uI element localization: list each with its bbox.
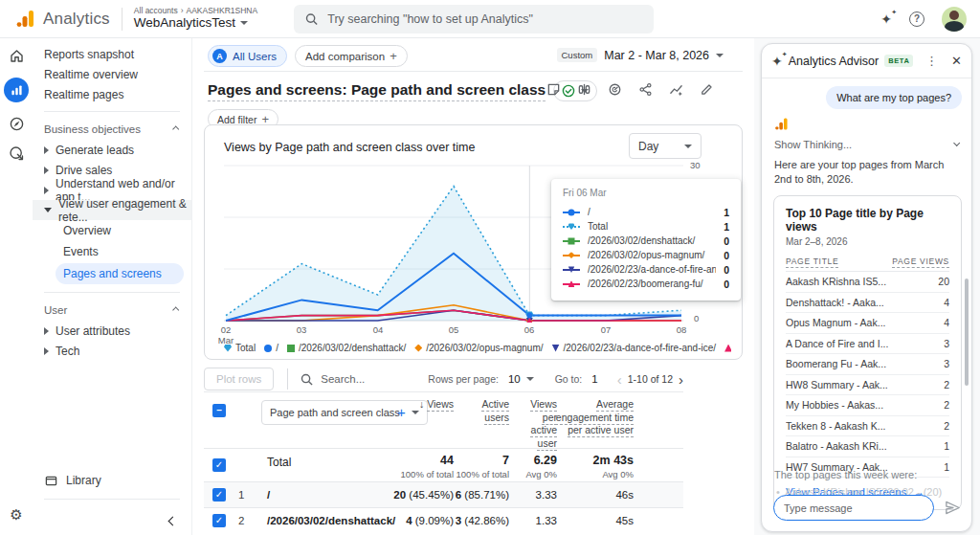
sidebar-item-library[interactable]: Library — [33, 469, 191, 492]
column-views-per-user[interactable]: Views per active user — [515, 398, 557, 451]
dashboards-grid-icon[interactable] — [850, 12, 863, 26]
advisor-message-input[interactable] — [773, 495, 934, 521]
chart-tooltip: Fri 06 Mar / 1 Total 1 /2026/03/02/densh… — [551, 179, 741, 301]
total-label: Total — [267, 456, 291, 469]
row-page-path: /2026/03/02/denshattack/ — [267, 515, 395, 526]
advisor-scrollbar[interactable] — [965, 279, 969, 386]
prev-page-icon[interactable]: ‹ — [617, 372, 622, 387]
table-row-total[interactable]: Total 44100% of total 7100% of total 6.2… — [204, 448, 683, 481]
collapse-drawer-button[interactable] — [33, 506, 191, 535]
admin-gear-icon[interactable]: ⚙ — [10, 506, 22, 524]
next-page-icon[interactable]: › — [679, 372, 683, 387]
analytics-logo[interactable]: Analytics — [15, 9, 110, 29]
total-marker-icon — [224, 345, 232, 352]
explore-icon[interactable] — [9, 116, 25, 132]
col-page-views: PAGE VIEWS — [892, 256, 949, 266]
granularity-select[interactable]: Day — [629, 133, 702, 159]
show-thinking-label: Show Thinking... — [774, 139, 852, 150]
granularity-value: Day — [638, 140, 658, 153]
note-icon[interactable] — [546, 82, 561, 97]
pagination-range: 1-10 of 12 — [628, 373, 673, 385]
home-icon[interactable] — [9, 48, 25, 64]
add-comparison-button[interactable]: Add comparison + — [295, 45, 408, 67]
chevron-down-icon[interactable] — [526, 377, 534, 381]
chart-title: Views by Page path and screen class over… — [224, 141, 475, 154]
sidebar-item-label: Realtime overview — [44, 68, 138, 81]
sidebar-item-realtime-overview[interactable]: Realtime overview — [33, 64, 191, 84]
analytics-mini-logo-icon — [774, 117, 789, 131]
send-icon[interactable] — [944, 499, 962, 517]
legend-item[interactable]: Total — [224, 343, 256, 353]
legend-item[interactable]: /2026/03/02/opus-magnum/ — [414, 343, 543, 353]
collapse-arrow-icon — [44, 208, 52, 212]
section-business-objectives[interactable]: Business objectives — [33, 119, 191, 140]
sidebar-item-overview[interactable]: Overview — [33, 220, 191, 241]
row-checkbox[interactable] — [212, 514, 226, 527]
insights-icon[interactable] — [669, 82, 683, 97]
column-engagement-time[interactable]: Average engagement time per active user — [553, 398, 634, 437]
show-thinking-toggle[interactable]: Show Thinking... — [774, 139, 959, 150]
beta-badge: BETA — [884, 55, 913, 67]
section-user[interactable]: User — [33, 300, 191, 321]
library-icon — [45, 475, 57, 487]
user-message-bubble: What are my top pages? — [826, 86, 962, 109]
sidebar-item-label: Drive sales — [56, 164, 112, 177]
realtime-clock-icon[interactable] — [608, 82, 622, 97]
tooltip-row: / 1 — [563, 205, 729, 219]
advisor-sparkle-icon[interactable]: ✦✦ — [880, 12, 892, 26]
tooltip-row: Total 1 — [563, 219, 729, 234]
chart-legend: Total / /2026/03/02/denshattack/ /2026/0… — [224, 343, 731, 353]
page-title[interactable]: Pages and screens: Page path and screen … — [208, 81, 546, 101]
triangle-down-marker-icon — [552, 345, 560, 352]
avatar[interactable] — [942, 7, 967, 32]
table-search[interactable] — [301, 373, 426, 386]
table-row[interactable]: 2 /2026/03/02/denshattack/ 4 (9.09%) 3 (… — [204, 507, 683, 533]
col-page-title: PAGE TITLE — [786, 256, 838, 266]
sidebar-item-events[interactable]: Events — [33, 241, 191, 262]
header-rule — [204, 71, 743, 72]
rows-per-page-value[interactable]: 10 — [508, 373, 521, 385]
comparison-icon[interactable] — [577, 82, 591, 97]
sidebar-item-reports-snapshot[interactable]: Reports snapshot — [33, 44, 191, 64]
account-switcher[interactable]: All accounts › AAKASHKR1SHNA WebAnalytic… — [134, 7, 257, 30]
search-input[interactable] — [327, 12, 642, 26]
sidebar-item-tech[interactable]: Tech — [33, 341, 191, 361]
legend-item[interactable]: /2026/02/23/boomerang — [724, 343, 731, 353]
select-all-checkbox[interactable] — [212, 404, 226, 417]
column-active-users[interactable]: Active users — [465, 398, 509, 424]
sidebar-item-generate-leads[interactable]: Generate leads — [33, 140, 191, 160]
sidebar-item-user-attributes[interactable]: User attributes — [33, 321, 191, 341]
legend-item[interactable]: / — [264, 343, 278, 353]
advertising-icon[interactable] — [9, 145, 25, 162]
date-range-picker[interactable]: Custom Mar 2 - Mar 8, 2026 — [557, 48, 724, 62]
row-index: 2 — [238, 515, 244, 526]
sidebar-item-pages-and-screens[interactable]: Pages and screens — [56, 263, 184, 284]
legend-item[interactable]: /2026/02/23/a-dance-of-fire-and-ice/ — [552, 343, 717, 353]
diamond-marker-icon — [414, 345, 422, 352]
more-options-icon[interactable]: ⋮ — [925, 54, 938, 68]
share-icon[interactable] — [638, 82, 653, 97]
help-icon[interactable]: ? — [909, 11, 924, 27]
sidebar-item-label: User attributes — [56, 324, 130, 338]
go-to-value[interactable]: 1 — [591, 373, 597, 385]
plot-rows-button[interactable]: Plot rows — [204, 368, 274, 390]
product-name: Analytics — [43, 10, 110, 29]
sidebar-item-view-engagement[interactable]: View user engagement & rete... — [33, 200, 191, 220]
legend-item[interactable]: /2026/03/02/denshattack/ — [287, 343, 406, 353]
column-views[interactable]: ↓ Views — [402, 398, 454, 412]
global-search[interactable] — [294, 5, 654, 33]
table-header: Page path and screen class + ↓ Views Act… — [204, 391, 683, 448]
close-icon[interactable]: ✕ — [951, 54, 962, 68]
table-row[interactable]: 1 / 20 (45.45%) 6 (85.71%) 3.33 46s — [204, 481, 683, 507]
edit-pencil-icon[interactable] — [700, 82, 714, 97]
row-checkbox[interactable] — [212, 488, 226, 502]
expand-arrow-icon — [44, 327, 49, 335]
reports-icon[interactable] — [4, 78, 29, 102]
row-checkbox[interactable] — [212, 458, 226, 472]
sidebar-item-realtime-pages[interactable]: Realtime pages — [33, 84, 191, 104]
header-divider — [122, 8, 122, 31]
chart-card: Views by Page path and screen class over… — [204, 124, 743, 360]
table-search-input[interactable] — [321, 373, 426, 385]
advisor-table-row: My Hobbies - Aakas...2 — [786, 395, 949, 416]
audience-chip-all-users[interactable]: A All Users — [208, 45, 287, 67]
